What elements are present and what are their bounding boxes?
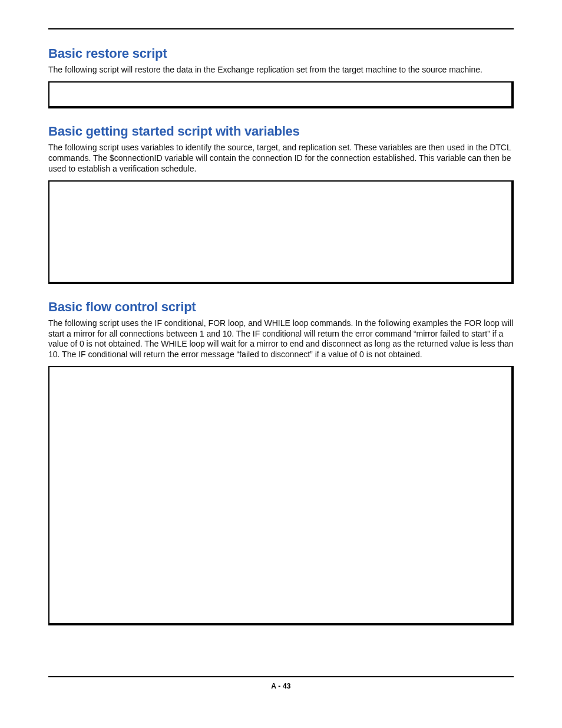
heading-flow-control-script: Basic flow control script: [48, 299, 514, 315]
code-box-restore-script: [48, 81, 514, 108]
page-number: A - 43: [48, 682, 514, 690]
heading-basic-restore-script: Basic restore script: [48, 46, 514, 61]
footer-horizontal-rule: [48, 676, 514, 677]
heading-getting-started-variables: Basic getting started script with variab…: [48, 124, 514, 139]
paragraph-flow-control-script: The following script uses the IF conditi…: [48, 318, 514, 361]
code-box-flow-control-script: [48, 366, 514, 625]
paragraph-basic-restore-script: The following script will restore the da…: [48, 65, 514, 75]
paragraph-getting-started-variables: The following script uses variables to i…: [48, 143, 514, 174]
code-box-getting-started-variables: [48, 180, 514, 284]
page-footer: A - 43: [48, 676, 514, 690]
top-horizontal-rule: [48, 28, 514, 29]
